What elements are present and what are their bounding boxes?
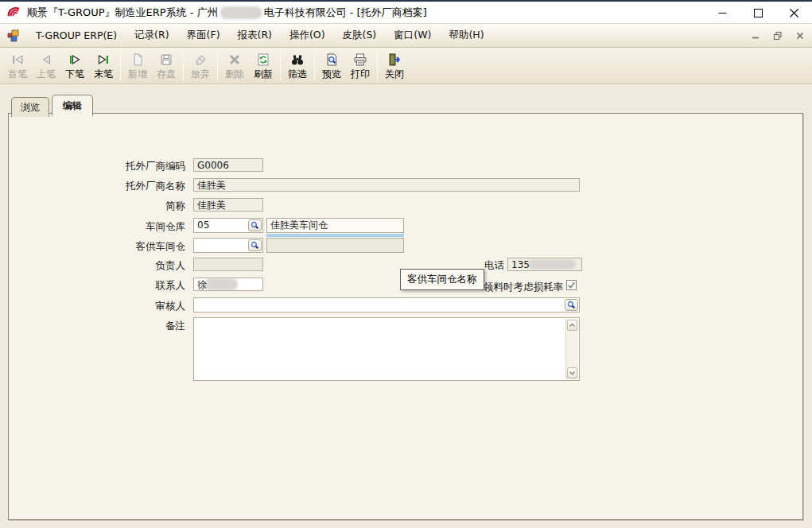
menu-item-operations[interactable]: 操作(O) — [281, 25, 334, 45]
vendor-name-label: 托外厂商名称 — [41, 179, 185, 192]
next-record-button[interactable]: 下笔 — [60, 49, 89, 83]
filter-button[interactable]: 筛选 — [283, 49, 312, 83]
mdi-close-icon — [796, 32, 804, 40]
mdi-child-icon — [6, 29, 21, 43]
app-window: 顺景『T-GROUP』制造业ERP系统 - 广州 电子科技有限公司 - [托外厂… — [0, 0, 812, 528]
preview-button[interactable]: 预览 — [317, 49, 346, 83]
minimize-icon — [718, 9, 727, 17]
chevron-up-icon — [569, 323, 576, 328]
menu-item-reports[interactable]: 报表(R) — [229, 25, 281, 45]
checkmark-icon — [567, 281, 576, 289]
vendor-code-field[interactable]: G0006 — [193, 158, 263, 172]
window-controls — [705, 2, 812, 24]
refresh-icon — [255, 52, 271, 68]
window-title: 顺景『T-GROUP』制造业ERP系统 - 广州 电子科技有限公司 - [托外厂… — [27, 6, 427, 20]
manager-field[interactable] — [193, 258, 263, 271]
menu-item-window[interactable]: 窗口(W) — [385, 25, 440, 45]
redacted-contact-name — [204, 278, 238, 290]
chevron-down-icon — [569, 371, 576, 375]
delete-button[interactable]: 删除 — [220, 49, 249, 83]
loss-rate-checkbox[interactable] — [566, 280, 577, 290]
last-record-icon — [95, 52, 111, 68]
short-name-label: 简称 — [41, 199, 185, 212]
maximize-icon — [754, 9, 763, 17]
tooltip: 客供车间仓名称 — [400, 269, 484, 290]
scroll-down-button[interactable] — [567, 367, 577, 379]
new-document-icon — [130, 52, 146, 68]
previous-record-icon — [38, 52, 54, 68]
next-record-icon — [67, 52, 83, 68]
redacted-phone — [528, 259, 576, 270]
delete-x-icon — [227, 52, 243, 68]
mdi-window-controls — [748, 24, 807, 48]
contact-label: 联系人 — [41, 278, 185, 292]
workspace: 浏览 编辑 托外厂商编码 G0006 托外厂商名称 佳胜美 简称 佳胜美 车间仓… — [0, 84, 812, 528]
menu-item-skin[interactable]: 皮肤(S) — [334, 25, 386, 45]
new-button[interactable]: 新增 — [123, 49, 152, 83]
mdi-restore-button[interactable] — [771, 29, 785, 42]
vendor-name-field[interactable]: 佳胜美 — [193, 178, 580, 192]
customer-warehouse-code-field[interactable] — [193, 238, 263, 253]
remarks-textarea[interactable] — [193, 317, 580, 381]
workshop-warehouse-code-field[interactable]: 05 — [193, 218, 263, 233]
print-button[interactable]: 打印 — [346, 49, 375, 83]
toolbar-separator — [217, 51, 218, 81]
mdi-close-button[interactable] — [793, 29, 807, 42]
tab-browse[interactable]: 浏览 — [11, 97, 49, 117]
maximize-button[interactable] — [740, 2, 776, 24]
customer-warehouse-lookup-button[interactable] — [248, 239, 262, 251]
previous-record-button[interactable]: 上笔 — [32, 49, 60, 83]
redacted-company-name — [220, 6, 262, 19]
mdi-restore-icon — [773, 31, 783, 41]
menu-item-tgroup-erp[interactable]: T-GROUP ERP(E) — [27, 26, 126, 45]
remarks-scrollbar[interactable] — [565, 319, 578, 379]
magnifier-icon — [567, 301, 576, 309]
mdi-minimize-button[interactable] — [748, 29, 763, 42]
workshop-warehouse-label: 车间仓库 — [41, 219, 185, 233]
scroll-up-button[interactable] — [567, 320, 577, 331]
magnifier-icon — [251, 221, 259, 230]
phone-field[interactable]: 135 — [507, 258, 582, 271]
close-form-button[interactable]: 关闭 — [380, 49, 409, 83]
binoculars-icon — [289, 52, 305, 68]
menu-item-interface[interactable]: 界面(F) — [178, 25, 229, 45]
save-button[interactable]: 存盘 — [152, 49, 181, 83]
abandon-button[interactable]: 放弃 — [186, 49, 215, 83]
printer-icon — [352, 52, 368, 68]
first-record-icon — [10, 52, 25, 68]
first-record-button[interactable]: 首笔 — [3, 49, 32, 83]
toolbar-separator — [280, 51, 281, 81]
toolbar: 首笔 上笔 下笔 末笔 — [0, 48, 812, 84]
manager-label: 负责人 — [41, 258, 185, 272]
focus-highlight — [266, 234, 404, 237]
contact-field[interactable]: 徐 — [193, 278, 263, 291]
remarks-label: 备注 — [41, 319, 185, 332]
close-button[interactable] — [776, 2, 812, 24]
auditor-lookup-button[interactable] — [565, 299, 578, 311]
titlebar: 顺景『T-GROUP』制造业ERP系统 - 广州 电子科技有限公司 - [托外厂… — [0, 2, 812, 24]
magnifier-icon — [251, 241, 259, 250]
toolbar-separator — [183, 51, 184, 81]
vendor-code-label: 托外厂商编码 — [41, 159, 185, 173]
exit-door-icon — [387, 52, 402, 68]
workshop-warehouse-lookup-button[interactable] — [248, 219, 262, 231]
short-name-field[interactable]: 佳胜美 — [193, 198, 263, 212]
customer-warehouse-name-field[interactable] — [266, 238, 404, 253]
workshop-warehouse-name-field[interactable]: 佳胜美车间仓 — [266, 218, 404, 233]
menu-item-help[interactable]: 帮助(H) — [440, 25, 492, 45]
print-preview-icon — [324, 52, 340, 68]
toolbar-separator — [314, 51, 315, 81]
edit-panel: 托外厂商编码 G0006 托外厂商名称 佳胜美 简称 佳胜美 车间仓库 05 — [8, 113, 803, 520]
toolbar-separator — [120, 51, 121, 81]
refresh-button[interactable]: 刷新 — [249, 49, 278, 83]
toolbar-separator — [377, 51, 378, 81]
minimize-button[interactable] — [705, 2, 740, 24]
eraser-icon — [192, 52, 208, 68]
menu-item-records[interactable]: 记录(R) — [126, 25, 177, 45]
app-logo-icon — [6, 5, 21, 20]
tab-edit[interactable]: 编辑 — [52, 95, 93, 116]
last-record-button[interactable]: 末笔 — [89, 49, 118, 83]
mdi-minimize-icon — [752, 32, 760, 40]
auditor-field[interactable] — [193, 297, 580, 313]
tab-strip: 浏览 编辑 — [11, 94, 95, 115]
